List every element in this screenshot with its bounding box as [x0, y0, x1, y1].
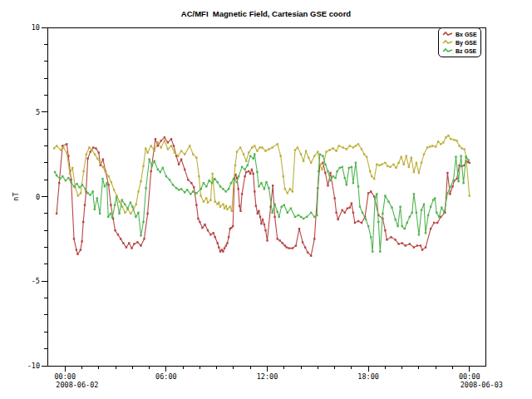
data-point-marker	[468, 160, 470, 161]
data-point-marker	[245, 160, 247, 162]
data-point-marker	[204, 224, 205, 225]
data-point-marker	[362, 212, 363, 214]
data-point-marker	[367, 225, 369, 227]
data-point-marker	[120, 238, 121, 239]
data-point-marker	[413, 193, 415, 195]
data-point-marker	[438, 216, 440, 218]
data-point-marker	[451, 185, 453, 187]
data-point-marker	[80, 192, 81, 194]
data-point-marker	[180, 159, 182, 160]
data-point-marker	[146, 151, 148, 153]
data-point-marker	[397, 243, 399, 244]
data-point-marker	[96, 158, 98, 160]
data-point-marker	[54, 171, 56, 173]
data-point-marker	[201, 227, 203, 229]
data-point-marker	[456, 178, 457, 180]
data-point-marker	[436, 222, 438, 224]
data-point-marker	[241, 166, 243, 168]
data-point-marker	[231, 210, 233, 212]
data-point-marker	[218, 201, 219, 203]
data-point-marker	[327, 170, 328, 172]
data-point-marker	[445, 136, 446, 138]
data-point-marker	[94, 153, 96, 155]
data-point-marker	[81, 184, 83, 185]
data-point-marker	[217, 204, 219, 205]
data-point-marker	[264, 229, 266, 231]
data-point-marker	[225, 190, 227, 192]
data-point-marker	[366, 156, 367, 158]
data-point-marker	[186, 189, 188, 190]
series-bz-gse-line	[55, 155, 469, 252]
data-point-marker	[349, 145, 351, 146]
data-point-marker	[239, 205, 240, 207]
data-point-marker	[351, 202, 352, 204]
data-point-marker	[71, 167, 73, 169]
series-bz-gse	[54, 153, 470, 252]
data-point-marker	[303, 218, 304, 219]
data-point-marker	[397, 225, 398, 227]
data-point-marker	[218, 246, 219, 248]
data-point-marker	[58, 182, 60, 184]
data-point-marker	[124, 212, 126, 214]
data-point-marker	[119, 200, 121, 202]
data-point-marker	[300, 153, 302, 155]
data-point-marker	[370, 236, 372, 238]
data-point-marker	[283, 204, 285, 206]
data-point-marker	[413, 171, 415, 173]
data-point-marker	[73, 238, 75, 239]
data-point-marker	[372, 250, 373, 252]
data-point-marker	[146, 213, 148, 214]
data-point-marker	[177, 155, 179, 157]
data-point-marker	[310, 212, 312, 214]
data-point-marker	[386, 239, 387, 240]
data-point-marker	[324, 164, 326, 165]
plot-area: -10-50510nT00:0006:0012:0018:0000:002008…	[0, 0, 532, 399]
data-point-marker	[382, 213, 383, 214]
data-point-marker	[365, 219, 367, 220]
data-point-marker	[228, 236, 229, 238]
data-point-marker	[266, 239, 268, 241]
data-point-marker	[392, 164, 394, 165]
data-point-marker	[339, 167, 341, 169]
data-point-marker	[346, 148, 347, 150]
data-point-marker	[434, 197, 436, 199]
data-point-marker	[145, 187, 146, 189]
data-point-marker	[317, 150, 318, 152]
data-point-marker	[260, 182, 262, 184]
data-point-marker	[361, 148, 362, 150]
data-point-marker	[164, 140, 165, 141]
data-point-marker	[256, 150, 258, 151]
data-point-marker	[178, 189, 180, 190]
data-point-marker	[62, 175, 63, 177]
data-point-marker	[460, 155, 461, 157]
data-point-marker	[394, 219, 396, 220]
data-point-marker	[378, 165, 380, 166]
x-tick-label: 00:00	[54, 372, 76, 381]
data-point-marker	[264, 188, 265, 190]
data-point-marker	[313, 238, 315, 239]
data-point-marker	[241, 193, 243, 195]
data-point-marker	[180, 150, 182, 151]
data-point-marker	[335, 150, 337, 151]
data-point-marker	[219, 206, 221, 208]
data-point-marker	[401, 156, 402, 158]
data-point-marker	[352, 212, 354, 214]
data-point-marker	[427, 214, 429, 216]
data-point-marker	[305, 150, 307, 151]
data-point-marker	[157, 141, 159, 143]
data-point-marker	[431, 145, 433, 146]
data-point-marker	[117, 234, 119, 235]
data-point-marker	[213, 232, 214, 234]
data-point-marker	[329, 172, 331, 174]
data-point-marker	[446, 172, 448, 174]
data-point-marker	[411, 157, 412, 159]
data-point-marker	[167, 141, 169, 143]
data-point-marker	[217, 181, 219, 183]
data-point-marker	[205, 185, 207, 187]
data-point-marker	[244, 175, 245, 177]
y-tick-label: 5	[36, 108, 40, 116]
data-point-marker	[298, 228, 300, 229]
data-point-marker	[277, 238, 278, 239]
data-point-marker	[114, 229, 116, 231]
data-point-marker	[66, 143, 67, 145]
